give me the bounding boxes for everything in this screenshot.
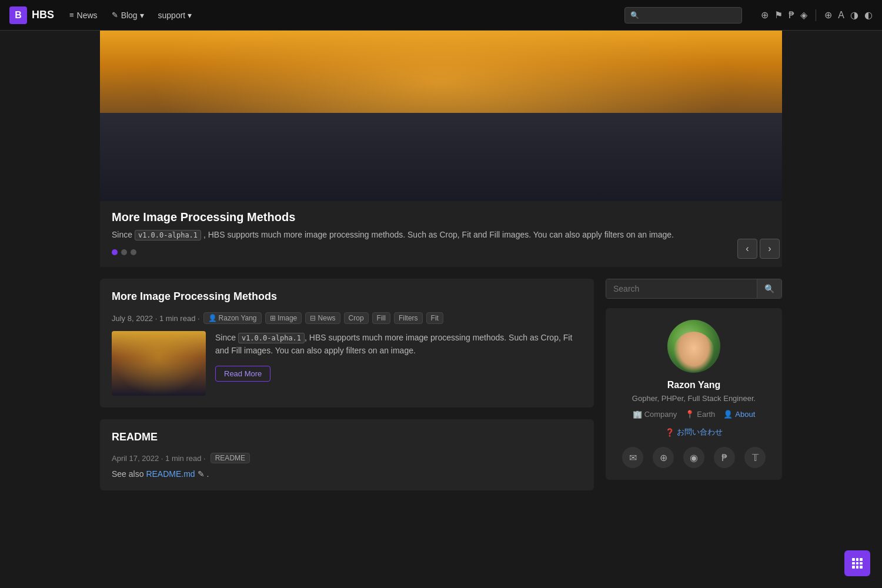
author-info: 🏢 Company 📍 Earth 👤 About ❓ お問い合わせ xyxy=(617,410,770,437)
hero-description: Since v1.0.0-alpha.1 , HBS supports much… xyxy=(112,229,770,241)
article-text-prefix: Since xyxy=(215,333,238,342)
author-about[interactable]: 👤 About xyxy=(723,410,755,419)
readme-external-icon: ✎ xyxy=(198,469,205,479)
tag-crop[interactable]: Crop xyxy=(344,312,369,324)
navbar: B HBS ≡ News ✎ Blog ▾ support ▾ 🔍 ⊕ ⚑ ₱ … xyxy=(0,0,882,31)
github-icon[interactable]: ⊕ xyxy=(761,9,769,21)
article-text: Since v1.0.0-alpha.1, HBS supports much … xyxy=(215,331,582,358)
sidebar-search-input[interactable] xyxy=(606,279,757,298)
hero-next-button[interactable]: › xyxy=(760,239,780,259)
readme-date: April 17, 2022 · 1 min read · xyxy=(112,454,206,463)
location-label: Earth xyxy=(697,410,715,419)
patreon-icon[interactable]: ⚑ xyxy=(774,9,783,21)
tag-fit[interactable]: Fit xyxy=(426,312,443,324)
author-avatar xyxy=(667,320,720,373)
tag-fill[interactable]: Fill xyxy=(372,312,390,324)
article-card: More Image Processing Methods July 8, 20… xyxy=(100,279,594,407)
contact-link[interactable]: お問い合わせ xyxy=(677,427,723,437)
company-icon: 🏢 xyxy=(633,410,642,419)
blog-icon: ✎ xyxy=(112,11,118,19)
hero-dot-2[interactable] xyxy=(121,249,127,255)
globe-icon[interactable]: ⊕ xyxy=(824,9,832,21)
hero-prev-button[interactable]: ‹ xyxy=(737,239,757,259)
avatar-person xyxy=(673,332,714,373)
floating-grid-button[interactable] xyxy=(844,550,870,576)
article-body: Since v1.0.0-alpha.1, HBS supports much … xyxy=(112,331,582,396)
nav-divider xyxy=(816,9,816,21)
author-contact[interactable]: ❓ お問い合わせ xyxy=(665,427,723,437)
theme-icon[interactable]: ◐ xyxy=(864,9,873,21)
readme-title: README xyxy=(112,431,582,443)
nav-item-news[interactable]: ≡ News xyxy=(64,7,103,24)
article-title: More Image Processing Methods xyxy=(112,290,582,303)
article-version-badge: v1.0.0-alpha.1 xyxy=(238,333,305,343)
author-name: Razon Yang xyxy=(617,380,770,390)
author-social: ✉ ⊕ ◉ ₱ 𝕋 xyxy=(617,447,770,468)
company-label: Company xyxy=(644,410,677,419)
brand-name: HBS xyxy=(32,9,54,21)
navbar-search-container: 🔍 xyxy=(624,7,742,24)
read-more-button[interactable]: Read More xyxy=(215,366,270,382)
article-author-tag[interactable]: 👤 Razon Yang xyxy=(203,312,262,324)
brand[interactable]: B HBS xyxy=(9,6,54,24)
font-icon[interactable]: A xyxy=(838,10,844,21)
social-email[interactable]: ✉ xyxy=(622,447,643,468)
hero-title: More Image Processing Methods xyxy=(112,211,770,224)
author-company: 🏢 Company xyxy=(633,410,677,419)
social-patreon[interactable]: ◉ xyxy=(683,447,704,468)
hero-section: More Image Processing Methods Since v1.0… xyxy=(100,31,782,267)
tag-news[interactable]: ⊟ News xyxy=(305,312,340,324)
readme-link[interactable]: README.md xyxy=(146,469,195,479)
readme-tag: README xyxy=(211,453,250,463)
nav-item-support[interactable]: support ▾ xyxy=(152,7,198,24)
left-column: More Image Processing Methods July 8, 20… xyxy=(100,279,594,490)
nav-item-blog[interactable]: ✎ Blog ▾ xyxy=(106,7,150,24)
about-link[interactable]: About xyxy=(735,410,755,419)
author-card: Razon Yang Gopher, PHPer, Full Stack Eng… xyxy=(606,308,782,480)
article-meta: July 8, 2022 · 1 min read · 👤 Razon Yang… xyxy=(112,312,582,324)
rss-icon[interactable]: ◈ xyxy=(800,9,807,21)
hero-image xyxy=(100,31,782,201)
grid-icon xyxy=(852,558,863,569)
main-layout: More Image Processing Methods July 8, 20… xyxy=(100,279,782,514)
news-icon: ≡ xyxy=(69,11,74,19)
article-content: Since v1.0.0-alpha.1, HBS supports much … xyxy=(215,331,582,396)
article-thumbnail xyxy=(112,331,206,396)
readme-card: README April 17, 2022 · 1 min read · REA… xyxy=(100,419,594,490)
social-twitter[interactable]: 𝕋 xyxy=(744,447,766,468)
paypal-icon[interactable]: ₱ xyxy=(789,9,794,21)
hero-version-badge: v1.0.0-alpha.1 xyxy=(135,230,201,240)
hero-dots xyxy=(112,249,770,255)
article-date: July 8, 2022 · 1 min read · xyxy=(112,314,200,323)
navbar-search-icon: 🔍 xyxy=(630,11,639,19)
readme-text: See also README.md ✎ . xyxy=(112,469,582,479)
navbar-search-input[interactable] xyxy=(624,7,742,24)
contact-icon: ❓ xyxy=(665,428,674,437)
hero-desc-text: , HBS supports much more image processin… xyxy=(203,230,674,239)
social-paypal[interactable]: ₱ xyxy=(714,447,735,468)
social-github[interactable]: ⊕ xyxy=(653,447,674,468)
palette-icon[interactable]: ◑ xyxy=(850,9,858,21)
right-sidebar: 🔍 Razon Yang Gopher, PHPer, Full Stack E… xyxy=(606,279,782,490)
hero-caption: More Image Processing Methods Since v1.0… xyxy=(100,201,782,267)
hero-nav-buttons: ‹ › xyxy=(737,239,782,259)
author-location: 📍 Earth xyxy=(685,410,715,419)
about-icon: 👤 xyxy=(723,410,733,419)
tag-image[interactable]: ⊞ Image xyxy=(265,312,302,324)
hero-dot-1[interactable] xyxy=(112,249,118,255)
location-icon: 📍 xyxy=(685,410,694,419)
nav-links: ≡ News ✎ Blog ▾ support ▾ xyxy=(64,7,198,24)
sidebar-search-button[interactable]: 🔍 xyxy=(757,279,781,298)
hero-dot-3[interactable] xyxy=(131,249,136,255)
brand-icon: B xyxy=(9,6,27,24)
navbar-icons: ⊕ ⚑ ₱ ◈ ⊕ A ◑ ◐ xyxy=(761,9,873,21)
sidebar-search: 🔍 xyxy=(606,279,782,299)
tag-filters[interactable]: Filters xyxy=(394,312,423,324)
author-description: Gopher, PHPer, Full Stack Engineer. xyxy=(617,394,770,403)
readme-meta: April 17, 2022 · 1 min read · README xyxy=(112,453,582,463)
